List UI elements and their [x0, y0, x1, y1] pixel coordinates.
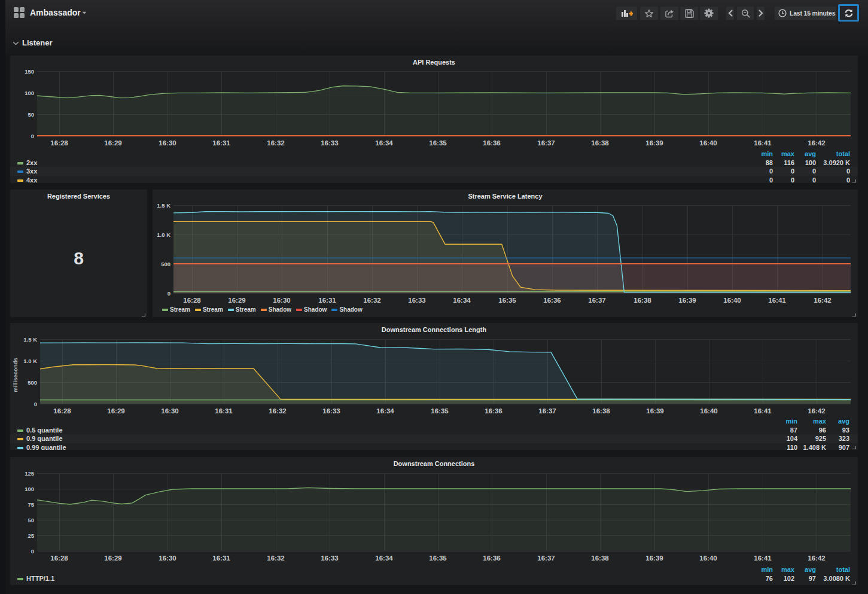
svg-text:1.5 K: 1.5 K — [157, 202, 170, 209]
svg-text:16:42: 16:42 — [808, 139, 825, 147]
svg-text:1.0 K: 1.0 K — [157, 231, 170, 238]
svg-text:16:28: 16:28 — [50, 555, 68, 562]
svg-text:0: 0 — [31, 548, 34, 555]
svg-text:16:38: 16:38 — [592, 407, 610, 415]
svg-text:16:40: 16:40 — [699, 555, 717, 562]
svg-text:16:36: 16:36 — [483, 139, 500, 147]
svg-text:16:42: 16:42 — [808, 407, 825, 415]
svg-text:16:36: 16:36 — [485, 407, 502, 415]
svg-text:16:37: 16:37 — [588, 297, 605, 304]
svg-text:16:41: 16:41 — [754, 555, 772, 562]
svg-text:16:41: 16:41 — [754, 407, 772, 415]
svg-text:16:34: 16:34 — [375, 139, 393, 147]
svg-text:1.5 K: 1.5 K — [23, 336, 37, 343]
svg-text:16:40: 16:40 — [700, 407, 717, 415]
svg-text:16:35: 16:35 — [429, 555, 447, 562]
svg-text:16:34: 16:34 — [376, 407, 394, 415]
svg-text:16:31: 16:31 — [212, 555, 230, 562]
svg-text:16:31: 16:31 — [215, 407, 233, 415]
svg-text:16:32: 16:32 — [267, 139, 284, 147]
svg-text:16:33: 16:33 — [321, 555, 338, 562]
svg-text:16:29: 16:29 — [104, 139, 121, 147]
svg-text:16:40: 16:40 — [723, 297, 741, 304]
svg-text:100: 100 — [25, 486, 34, 492]
svg-text:16:36: 16:36 — [543, 297, 561, 304]
svg-text:16:41: 16:41 — [768, 297, 786, 304]
svg-text:16:37: 16:37 — [537, 139, 555, 147]
svg-text:16:34: 16:34 — [375, 555, 393, 562]
svg-text:16:31: 16:31 — [318, 297, 336, 304]
svg-text:16:33: 16:33 — [408, 297, 425, 304]
svg-text:16:38: 16:38 — [591, 555, 609, 562]
svg-text:100: 100 — [25, 90, 34, 96]
svg-text:1.0 K: 1.0 K — [23, 358, 37, 364]
svg-text:16:38: 16:38 — [634, 297, 651, 304]
svg-text:16:29: 16:29 — [104, 555, 121, 562]
svg-text:16:28: 16:28 — [53, 407, 71, 415]
svg-text:16:39: 16:39 — [645, 139, 663, 147]
svg-text:16:33: 16:33 — [321, 139, 338, 147]
svg-text:16:32: 16:32 — [267, 555, 284, 562]
svg-text:16:35: 16:35 — [429, 139, 447, 147]
svg-text:0: 0 — [34, 401, 37, 407]
svg-text:16:34: 16:34 — [453, 297, 471, 304]
svg-text:16:37: 16:37 — [538, 407, 556, 415]
svg-text:16:30: 16:30 — [159, 139, 176, 147]
svg-text:500: 500 — [161, 261, 170, 267]
svg-text:16:42: 16:42 — [814, 297, 831, 304]
svg-text:16:38: 16:38 — [591, 139, 609, 147]
svg-text:25: 25 — [28, 532, 34, 539]
svg-text:150: 150 — [25, 68, 34, 75]
svg-text:16:29: 16:29 — [228, 297, 245, 304]
svg-text:16:40: 16:40 — [699, 139, 717, 147]
svg-text:16:33: 16:33 — [322, 407, 340, 415]
svg-text:16:42: 16:42 — [808, 555, 825, 562]
svg-text:16:32: 16:32 — [363, 297, 380, 304]
svg-text:16:39: 16:39 — [645, 555, 663, 562]
svg-text:16:35: 16:35 — [431, 407, 449, 415]
svg-text:0: 0 — [31, 133, 34, 139]
svg-text:16:30: 16:30 — [161, 407, 178, 415]
svg-text:0: 0 — [167, 290, 170, 297]
svg-text:16:35: 16:35 — [498, 297, 516, 304]
svg-text:16:41: 16:41 — [754, 139, 772, 147]
svg-text:16:28: 16:28 — [50, 139, 68, 147]
svg-text:16:30: 16:30 — [159, 555, 176, 562]
svg-text:500: 500 — [28, 379, 37, 386]
svg-text:16:31: 16:31 — [212, 139, 230, 147]
svg-text:16:29: 16:29 — [107, 407, 124, 415]
svg-text:16:32: 16:32 — [269, 407, 286, 415]
svg-text:16:39: 16:39 — [646, 407, 663, 415]
svg-text:75: 75 — [28, 501, 34, 508]
svg-text:16:39: 16:39 — [678, 297, 696, 304]
svg-text:16:36: 16:36 — [483, 555, 500, 562]
svg-text:16:37: 16:37 — [537, 555, 555, 562]
svg-text:16:28: 16:28 — [183, 297, 201, 304]
svg-text:50: 50 — [28, 111, 34, 118]
svg-text:16:30: 16:30 — [273, 297, 290, 304]
svg-text:125: 125 — [25, 470, 35, 477]
